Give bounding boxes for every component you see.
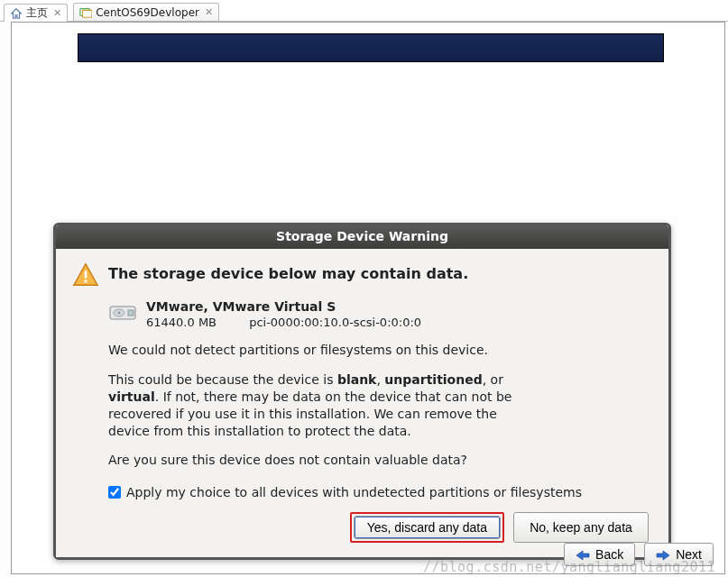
close-icon[interactable]: ✕	[205, 6, 213, 18]
dialog-paragraph-1: We could not detect partitions or filesy…	[108, 342, 652, 359]
next-button[interactable]: Next	[644, 543, 714, 566]
next-label: Next	[676, 547, 702, 562]
dialog-title: Storage Device Warning	[56, 225, 668, 249]
dialog-body: The storage device below may contain dat…	[56, 249, 668, 557]
close-icon[interactable]: ✕	[53, 7, 61, 19]
dialog-paragraph-2: This could be because the device is blan…	[108, 371, 532, 440]
back-button[interactable]: Back	[564, 543, 635, 566]
highlight-marker: Yes, discard any data	[350, 512, 504, 543]
device-details: 61440.0 MB pci-0000:00:10.0-scsi-0:0:0:0	[146, 316, 421, 329]
dialog-paragraph-3: Are you sure this device does not contai…	[108, 452, 652, 469]
hard-drive-icon	[108, 301, 137, 323]
apply-all-checkbox[interactable]	[108, 486, 121, 499]
tab-bar: 主页 ✕ CentOS69Devloper ✕	[0, 0, 728, 22]
svg-rect-1	[83, 10, 93, 17]
arrow-left-icon	[576, 549, 590, 560]
svg-rect-7	[128, 310, 134, 316]
vm-icon	[79, 6, 92, 19]
tab-vm-label: CentOS69Devloper	[96, 6, 199, 19]
apply-all-checkbox-row[interactable]: Apply my choice to all devices with unde…	[108, 485, 652, 499]
tab-home[interactable]: 主页 ✕	[4, 4, 68, 22]
svg-point-6	[118, 312, 120, 314]
yes-discard-button[interactable]: Yes, discard any data	[354, 516, 501, 539]
apply-all-label: Apply my choice to all devices with unde…	[126, 485, 582, 499]
tab-home-label: 主页	[26, 5, 48, 21]
warning-icon	[72, 261, 99, 288]
installer-banner	[78, 33, 664, 62]
workspace: Storage Device Warning The storage devic…	[11, 22, 725, 574]
svg-point-3	[84, 279, 87, 282]
svg-rect-2	[85, 270, 88, 278]
wizard-nav: Back Next	[564, 543, 714, 566]
dialog-heading: The storage device below may contain dat…	[108, 265, 468, 282]
no-keep-button[interactable]: No, keep any data	[513, 512, 649, 543]
device-size: 61440.0 MB	[146, 316, 245, 329]
device-path: pci-0000:00:10.0-scsi-0:0:0:0	[249, 316, 421, 329]
tab-vm[interactable]: CentOS69Devloper ✕	[73, 3, 219, 21]
device-name: VMware, VMware Virtual S	[146, 299, 421, 314]
storage-warning-dialog: Storage Device Warning The storage devic…	[53, 223, 671, 560]
back-label: Back	[595, 547, 623, 562]
dialog-button-row: Yes, discard any data No, keep any data	[72, 512, 649, 543]
home-icon	[10, 7, 23, 20]
arrow-right-icon	[656, 549, 670, 560]
